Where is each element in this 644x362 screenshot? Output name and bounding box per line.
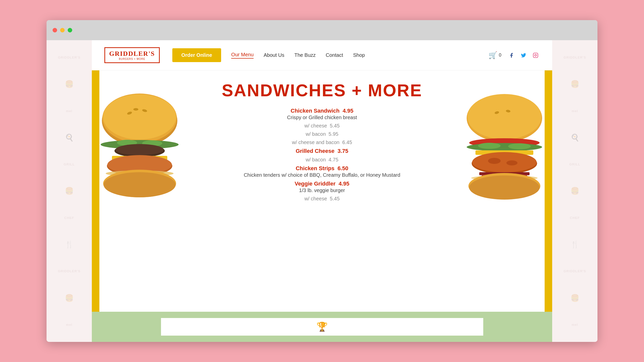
bottom-trophy-icon: 🏆 — [316, 322, 328, 332]
burger-right-image — [462, 85, 547, 206]
burger-left-image — [97, 85, 182, 206]
svg-point-26 — [508, 143, 531, 149]
svg-point-30 — [488, 158, 501, 164]
left-pattern: GRIDDLER'S 🍔 mel 🍳 GRILL 🍔 CHEF 🍴 GRIDDL… — [47, 40, 92, 342]
instagram-icon[interactable] — [532, 51, 540, 59]
menu-section-wrapper: SANDWICHES + MORE Chicken Sandwich 4.95 … — [92, 70, 552, 312]
browser-window: GRIDDLER'S 🍔 mel 🍳 GRILL 🍔 CHEF 🍴 GRIDDL… — [47, 20, 597, 342]
facebook-icon[interactable] — [507, 51, 515, 59]
nav-link-our-menu[interactable]: Our Menu — [231, 52, 254, 59]
cart-count: 0 — [499, 53, 501, 58]
svg-point-25 — [478, 143, 501, 149]
svg-point-29 — [472, 152, 537, 172]
nav-links: Our Menu About Us The Buzz Contact Shop — [231, 52, 489, 59]
svg-point-18 — [104, 172, 176, 197]
browser-close-dot[interactable] — [53, 28, 57, 32]
svg-point-7 — [133, 108, 138, 111]
website-main: GRIDDLER'S BURGERS + MORE Order Online O… — [92, 40, 552, 342]
menu-center: SANDWICHES + MORE Chicken Sandwich 4.95 … — [99, 70, 545, 312]
browser-content: GRIDDLER'S 🍔 mel 🍳 GRILL 🍔 CHEF 🍴 GRIDDL… — [47, 40, 597, 342]
svg-point-24 — [467, 143, 542, 151]
browser-minimize-dot[interactable] — [60, 28, 65, 32]
nav-link-about-us[interactable]: About Us — [264, 52, 284, 58]
bottom-white-bar: 🏆 — [161, 318, 483, 336]
svg-point-12 — [116, 144, 164, 155]
nav-link-shop[interactable]: Shop — [353, 52, 365, 58]
social-icons — [507, 51, 540, 59]
svg-point-31 — [506, 160, 517, 165]
nav-link-contact[interactable]: Contact — [326, 52, 343, 58]
twitter-icon[interactable] — [519, 51, 528, 59]
cart-area[interactable]: 🛒 0 — [489, 51, 501, 59]
svg-rect-0 — [533, 53, 538, 57]
logo-box: GRIDDLER'S BURGERS + MORE — [104, 47, 160, 63]
svg-point-4 — [103, 94, 176, 140]
order-online-button[interactable]: Order Online — [172, 48, 221, 62]
left-side-panel: GRIDDLER'S 🍔 mel 🍳 GRILL 🍔 CHEF 🍴 GRIDDL… — [47, 40, 92, 342]
logo-name: GRIDDLER'S — [109, 50, 155, 58]
browser-chrome — [47, 20, 597, 40]
logo-subtitle: BURGERS + MORE — [109, 58, 155, 60]
right-pattern: GRIDDLER'S 🍔 mel 🍳 GRILL 🍔 CHEF 🍴 GRIDDL… — [552, 40, 597, 342]
svg-point-20 — [467, 94, 541, 139]
svg-point-36 — [469, 175, 540, 200]
right-side-panel: GRIDDLER'S 🍔 mel 🍳 GRILL 🍔 CHEF 🍴 GRIDDL… — [552, 40, 597, 342]
browser-maximize-dot[interactable] — [68, 28, 72, 32]
nav-link-the-buzz[interactable]: The Buzz — [294, 52, 315, 58]
cart-icon: 🛒 — [489, 51, 497, 59]
logo-area: GRIDDLER'S BURGERS + MORE — [104, 47, 160, 63]
page-content: SANDWICHES + MORE Chicken Sandwich 4.95 … — [92, 70, 552, 342]
bottom-section: 🏆 — [92, 312, 552, 342]
navigation: GRIDDLER'S BURGERS + MORE Order Online O… — [92, 40, 552, 70]
nav-right: 🛒 0 — [489, 51, 540, 59]
